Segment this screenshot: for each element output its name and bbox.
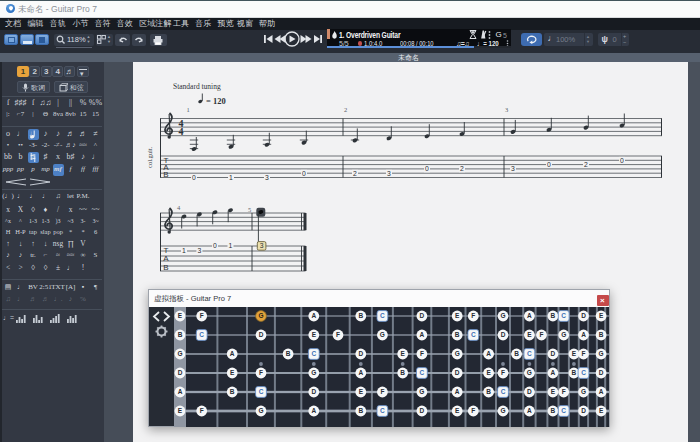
svg-text:F: F xyxy=(420,350,424,357)
svg-text:B: B xyxy=(551,312,556,319)
svg-text:G: G xyxy=(419,388,424,395)
svg-text:1: 1 xyxy=(182,247,186,254)
svg-text:A: A xyxy=(420,331,425,338)
svg-text:D: D xyxy=(420,312,425,319)
svg-text:E: E xyxy=(599,407,604,414)
svg-text:B: B xyxy=(358,312,363,319)
svg-text:B: B xyxy=(358,407,363,414)
svg-text:E: E xyxy=(551,388,556,395)
svg-text:0: 0 xyxy=(213,242,217,249)
svg-text:E: E xyxy=(455,312,460,319)
svg-text:D: D xyxy=(599,369,604,376)
svg-text:E: E xyxy=(527,331,532,338)
svg-text:B: B xyxy=(163,263,168,272)
svg-text:B: B xyxy=(572,369,577,376)
svg-text:B: B xyxy=(551,407,556,414)
svg-text:C: C xyxy=(561,407,566,414)
svg-text:C: C xyxy=(561,312,566,319)
svg-text:B: B xyxy=(163,170,168,179)
svg-text:F: F xyxy=(562,388,566,395)
svg-text:E: E xyxy=(599,312,604,319)
svg-text:F: F xyxy=(501,369,505,376)
svg-text:A: A xyxy=(230,350,235,357)
svg-text:2: 2 xyxy=(353,170,357,177)
svg-text:F: F xyxy=(471,407,475,414)
svg-text:C: C xyxy=(380,407,385,414)
svg-text:E: E xyxy=(312,331,317,338)
svg-text:B: B xyxy=(230,388,235,395)
svg-text:D: D xyxy=(358,350,363,357)
svg-text:3: 3 xyxy=(387,170,391,177)
svg-text:B: B xyxy=(286,350,291,357)
svg-text:= 120: = 120 xyxy=(206,96,226,106)
svg-text:2: 2 xyxy=(584,161,588,168)
svg-text:1: 1 xyxy=(187,106,190,113)
svg-text:D: D xyxy=(455,369,460,376)
svg-text:C: C xyxy=(420,369,425,376)
svg-text:C: C xyxy=(199,331,204,338)
svg-text:A: A xyxy=(311,312,316,319)
svg-text:A: A xyxy=(599,388,604,395)
svg-text:A: A xyxy=(527,312,532,319)
svg-text:G: G xyxy=(258,407,263,414)
svg-text:G: G xyxy=(561,331,566,338)
svg-text:A: A xyxy=(486,350,491,357)
svg-text:3: 3 xyxy=(265,174,269,181)
svg-text:3: 3 xyxy=(505,106,508,113)
svg-text:1: 1 xyxy=(229,242,233,249)
svg-text:C: C xyxy=(471,331,476,338)
svg-text:G: G xyxy=(581,388,586,395)
svg-text:D: D xyxy=(501,331,506,338)
svg-text:F: F xyxy=(200,312,204,319)
svg-text:2: 2 xyxy=(344,106,347,113)
svg-text:G: G xyxy=(455,350,460,357)
svg-text:F: F xyxy=(582,350,586,357)
svg-text:1: 1 xyxy=(229,174,233,181)
svg-text:D: D xyxy=(420,407,425,414)
svg-text:C: C xyxy=(259,388,264,395)
svg-text:D: D xyxy=(581,407,586,414)
svg-text:C: C xyxy=(501,388,506,395)
svg-text:3: 3 xyxy=(511,165,515,172)
svg-text:C: C xyxy=(527,350,532,357)
svg-text:2: 2 xyxy=(460,165,464,172)
svg-text:G: G xyxy=(527,369,532,376)
svg-text:A: A xyxy=(551,369,556,376)
svg-text:E: E xyxy=(230,369,235,376)
svg-text:3: 3 xyxy=(198,247,202,254)
svg-text:F: F xyxy=(336,331,340,338)
svg-text:F: F xyxy=(380,388,384,395)
svg-text:G: G xyxy=(177,350,182,357)
svg-text:F: F xyxy=(200,407,204,414)
svg-text:B: B xyxy=(400,369,405,376)
svg-text:G: G xyxy=(311,369,316,376)
svg-text:G: G xyxy=(380,331,385,338)
svg-text:0: 0 xyxy=(192,174,196,181)
svg-text:A: A xyxy=(358,369,363,376)
svg-text:D: D xyxy=(311,388,316,395)
svg-text:4: 4 xyxy=(179,126,184,137)
svg-text:A: A xyxy=(455,388,460,395)
svg-text:C: C xyxy=(581,369,586,376)
svg-text:3: 3 xyxy=(260,242,264,249)
svg-text:B: B xyxy=(455,331,460,338)
svg-text:D: D xyxy=(527,388,532,395)
svg-text:A: A xyxy=(581,331,586,338)
svg-text:0: 0 xyxy=(547,161,551,168)
svg-text:E: E xyxy=(178,312,183,319)
svg-text:col.guit.: col.guit. xyxy=(146,146,153,168)
svg-text:G: G xyxy=(599,350,604,357)
svg-text:G: G xyxy=(258,312,263,319)
svg-text:E: E xyxy=(359,388,364,395)
svg-text:E: E xyxy=(178,407,183,414)
svg-text:G: G xyxy=(500,312,505,319)
svg-text:4: 4 xyxy=(177,204,181,211)
svg-text:F: F xyxy=(540,331,544,338)
svg-text:D: D xyxy=(551,350,556,357)
svg-text:D: D xyxy=(581,312,586,319)
svg-text:F: F xyxy=(471,312,475,319)
svg-text:B: B xyxy=(599,331,604,338)
svg-text:B: B xyxy=(514,350,519,357)
svg-text:A: A xyxy=(178,388,183,395)
svg-text:E: E xyxy=(572,350,577,357)
